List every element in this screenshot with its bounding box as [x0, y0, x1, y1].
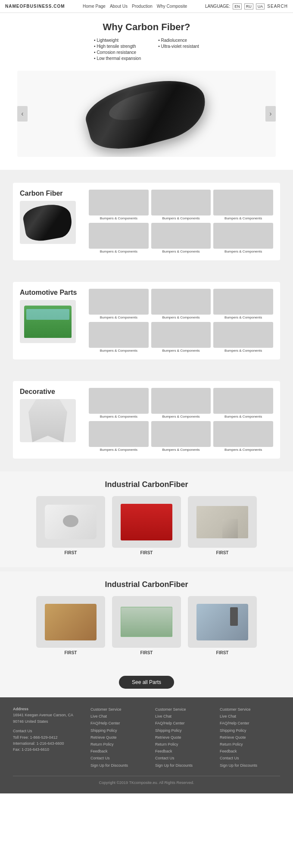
- footer-link-cu-3[interactable]: Contact Us: [220, 755, 280, 762]
- footer-link-cs-2[interactable]: Customer Service: [155, 706, 215, 713]
- cf-item-3[interactable]: Bumpers & Components: [213, 190, 273, 220]
- cf-label-3: Bumpers & Components: [224, 216, 262, 220]
- cf-card-left: Carbon Fiber: [20, 190, 84, 253]
- auto-label-5: Bumpers & Components: [162, 349, 199, 353]
- auto-item-3[interactable]: Bumpers & Components: [213, 289, 273, 319]
- toll-free: Toll Free: 1-866-529-0412: [13, 735, 58, 740]
- footer-link-fb-2[interactable]: Feedback: [155, 748, 215, 755]
- prev-arrow[interactable]: ‹: [17, 106, 28, 122]
- auto-thumb-1: [89, 289, 149, 315]
- auto-item-4[interactable]: Bumpers & Components: [89, 322, 149, 353]
- industrial-item-6[interactable]: FIRST: [188, 596, 257, 655]
- deco-main-thumb[interactable]: [20, 399, 76, 442]
- search-button[interactable]: SEARCH: [267, 4, 288, 9]
- see-all-button[interactable]: See all Parts: [119, 676, 174, 689]
- cf-item-2[interactable]: Bumpers & Components: [151, 190, 211, 220]
- deco-item-6[interactable]: Bumpers & Components: [213, 421, 273, 452]
- cf-main-thumb[interactable]: [20, 201, 76, 244]
- footer-link-cu-1[interactable]: Contact Us: [90, 755, 151, 762]
- footer-link-cs-3[interactable]: Customer Service: [220, 706, 280, 713]
- fax: Fax: 1-216-643-6610: [13, 747, 49, 752]
- industrial-label-5: FIRST: [112, 650, 181, 655]
- footer-link-lc-2[interactable]: Live Chat: [155, 713, 215, 720]
- cf-item-6[interactable]: Bumpers & Components: [213, 223, 273, 253]
- industrial-item-1[interactable]: FIRST: [36, 496, 105, 555]
- stone-block-shape: [196, 506, 248, 538]
- auto-main-thumb[interactable]: [20, 300, 76, 343]
- next-arrow[interactable]: ›: [265, 106, 276, 122]
- hero-image: ‹ ›: [17, 71, 276, 157]
- auto-thumb-6: [213, 322, 273, 348]
- footer: Address 16941 Keegan Avenue Carson, CA 9…: [0, 697, 293, 793]
- industrial-section-1: Industrial CarbonFiber FIRST FIRST FIRST: [0, 471, 293, 567]
- nav-home[interactable]: Home Page: [83, 4, 106, 9]
- footer-link-faq-2[interactable]: FAQ/Help Center: [155, 720, 215, 727]
- footer-link-lc-1[interactable]: Live Chat: [90, 713, 151, 720]
- deco-grid: Bumpers & Components Bumpers & Component…: [89, 388, 273, 452]
- footer-link-lc-3[interactable]: Live Chat: [220, 713, 280, 720]
- auto-item-5[interactable]: Bumpers & Components: [151, 322, 211, 353]
- footer-link-cs-1[interactable]: Customer Service: [90, 706, 151, 713]
- cf-shape-decoration: [81, 71, 213, 157]
- lang-en[interactable]: EN: [233, 3, 242, 9]
- cf-thumb-4: [89, 223, 149, 249]
- cf-item-1[interactable]: Bumpers & Components: [89, 190, 149, 220]
- deco-item-3[interactable]: Bumpers & Components: [213, 388, 273, 418]
- footer-link-sp-2[interactable]: Shipping Policy: [155, 727, 215, 734]
- footer-link-rp-3[interactable]: Return Policy: [220, 741, 280, 748]
- automotive-card: Automotive Parts Bumpers & Components Bu…: [13, 282, 280, 359]
- industrial-item-3[interactable]: FIRST: [188, 496, 257, 555]
- footer-bottom: Copyright ©2019 TKcomposite.eu. All Righ…: [13, 776, 280, 785]
- industrial-item-5[interactable]: FIRST: [112, 596, 181, 655]
- see-all-section: See all Parts: [0, 667, 293, 697]
- footer-link-rp-2[interactable]: Return Policy: [155, 741, 215, 748]
- footer-link-rp-1[interactable]: Return Policy: [90, 741, 151, 748]
- footer-link-fb-1[interactable]: Feedback: [90, 748, 151, 755]
- nav-about[interactable]: About Us: [110, 4, 128, 9]
- footer-link-faq-3[interactable]: FAQ/Help Center: [220, 720, 280, 727]
- industrial-label-1: FIRST: [36, 550, 105, 555]
- deco-item-1[interactable]: Bumpers & Components: [89, 388, 149, 418]
- auto-item-2[interactable]: Bumpers & Components: [151, 289, 211, 319]
- address-line2: 90746 United States: [13, 719, 48, 724]
- cf-item-4[interactable]: Bumpers & Components: [89, 223, 149, 253]
- auto-label-6: Bumpers & Components: [224, 349, 262, 353]
- footer-link-rq-3[interactable]: Retrieve Quote: [220, 734, 280, 741]
- carbon-fiber-card: Carbon Fiber Bumpers & Components Bumper…: [13, 183, 280, 260]
- footer-link-su-1[interactable]: Sign Up for Discounts: [90, 762, 151, 769]
- industrial-img-1: [36, 496, 105, 548]
- lang-ru[interactable]: RU: [244, 3, 253, 9]
- deco-lg-shape: [28, 399, 67, 442]
- cf-thumb-3: [213, 190, 273, 215]
- footer-link-rq-2[interactable]: Retrieve Quote: [155, 734, 215, 741]
- deco-label-6: Bumpers & Components: [224, 448, 262, 452]
- auto-item-6[interactable]: Bumpers & Components: [213, 322, 273, 353]
- deco-label-1: Bumpers & Components: [100, 415, 137, 418]
- footer-link-fb-3[interactable]: Feedback: [220, 748, 280, 755]
- auto-item-1[interactable]: Bumpers & Components: [89, 289, 149, 319]
- bullet-5: Radiolucence: [158, 38, 199, 43]
- deco-item-4[interactable]: Bumpers & Components: [89, 421, 149, 452]
- footer-link-cu-2[interactable]: Contact Us: [155, 755, 215, 762]
- deco-item-5[interactable]: Bumpers & Components: [151, 421, 211, 452]
- cf-item-5[interactable]: Bumpers & Components: [151, 223, 211, 253]
- site-logo[interactable]: NAMEOFBUSINESS.COM: [5, 4, 65, 9]
- cf-label-4: Bumpers & Components: [100, 250, 137, 253]
- footer-link-rq-1[interactable]: Retrieve Quote: [90, 734, 151, 741]
- footer-link-faq-1[interactable]: FAQ/Help Center: [90, 720, 151, 727]
- cf-label-6: Bumpers & Components: [224, 250, 262, 253]
- footer-link-su-3[interactable]: Sign Up for Discounts: [220, 762, 280, 769]
- main-nav: Home Page About Us Production Why Compos…: [83, 4, 187, 9]
- nav-production[interactable]: Production: [132, 4, 153, 9]
- footer-link-sp-3[interactable]: Shipping Policy: [220, 727, 280, 734]
- deco-thumb-4: [89, 421, 149, 447]
- footer-link-sp-1[interactable]: Shipping Policy: [90, 727, 151, 734]
- nav-why[interactable]: Why Composite: [157, 4, 187, 9]
- lang-ua[interactable]: UA: [256, 3, 265, 9]
- industrial-item-2[interactable]: FIRST: [112, 496, 181, 555]
- industrial-item-4[interactable]: FIRST: [36, 596, 105, 655]
- bullet-4: Low thermal expansion: [94, 56, 141, 61]
- deco-item-2[interactable]: Bumpers & Components: [151, 388, 211, 418]
- address-title: Address: [13, 707, 28, 711]
- footer-link-su-2[interactable]: Sign Up for Discounts: [155, 762, 215, 769]
